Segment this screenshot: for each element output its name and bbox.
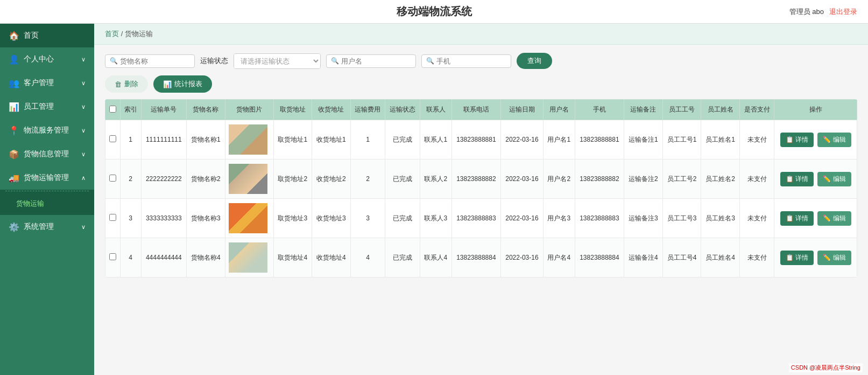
- chevron-down-icon: ∨: [81, 56, 86, 63]
- row-cargo-name: 货物名称1: [187, 120, 225, 159]
- row-select-checkbox[interactable]: [109, 175, 116, 182]
- sidebar-item-label-system: 系统管理: [24, 222, 77, 232]
- row-cost: 3: [350, 199, 385, 238]
- sidebar-item-cargo-shipping[interactable]: 货物运输: [0, 192, 94, 215]
- username-search-wrap: 🔍: [326, 54, 416, 68]
- row-cargo-img: [225, 238, 273, 277]
- row-mobile: 13823888882: [575, 159, 624, 199]
- sidebar-item-label-cargo-transport: 货物运输管理: [24, 173, 77, 183]
- sidebar-item-label-customer: 客户管理: [24, 78, 77, 88]
- row-phone: 13823888883: [451, 199, 500, 238]
- row-remark: 运输备注3: [624, 199, 663, 238]
- delete-icon: 🗑: [115, 80, 122, 88]
- row-emp-no: 员工工号1: [662, 120, 701, 159]
- data-table-wrap: 索引 运输单号 货物名称 货物图片 取货地址 收货地址 运输费用 运输状态 联系…: [105, 99, 857, 277]
- search-bar: 🔍 运输状态 请选择运输状态 已完成 运输中 🔍 🔍: [105, 53, 857, 69]
- row-cargo-name: 货物名称3: [187, 199, 225, 238]
- detail-button[interactable]: 📋 详情: [780, 172, 814, 186]
- sidebar-item-customer[interactable]: 👥 客户管理 ∨: [0, 71, 94, 95]
- edit-button[interactable]: ✏️ 编辑: [817, 251, 851, 265]
- row-delivery-addr: 收货地址4: [312, 238, 351, 277]
- user-info: 管理员 abo 退出登录: [789, 7, 857, 17]
- phone-input[interactable]: [436, 57, 506, 65]
- edit-button[interactable]: ✏️ 编辑: [817, 211, 851, 226]
- employee-icon: 📊: [9, 101, 19, 112]
- detail-button[interactable]: 📋 详情: [780, 133, 814, 147]
- edit-button[interactable]: ✏️ 编辑: [817, 133, 851, 147]
- cargo-name-search-wrap: 🔍: [105, 54, 195, 68]
- col-paid: 是否支付: [739, 100, 774, 120]
- col-cargo-img: 货物图片: [225, 100, 273, 120]
- cargo-image: [229, 203, 267, 233]
- chevron-down-icon-3: ∨: [81, 103, 86, 110]
- sidebar-item-label-profile: 个人中心: [24, 54, 77, 64]
- row-username: 用户名1: [543, 120, 575, 159]
- sidebar-item-label-cargo-info: 货物信息管理: [24, 149, 77, 159]
- cargo-image: [229, 242, 267, 273]
- layout: 🏠 首页 👤 个人中心 ∨ 👥 客户管理 ∨ 📊 员工管理 ∨ 📍 物流服务管理…: [0, 24, 868, 375]
- row-date: 2022-03-16: [501, 159, 544, 199]
- row-contact: 联系人3: [420, 199, 451, 238]
- col-actions: 操作: [774, 100, 857, 120]
- sidebar-item-profile[interactable]: 👤 个人中心 ∨: [0, 47, 94, 71]
- select-all-checkbox[interactable]: [109, 106, 116, 113]
- row-cost: 2: [350, 159, 385, 199]
- row-cargo-img: [225, 159, 273, 199]
- table-row: 4 4444444444 货物名称4 取货地址4 收货地址4 4 已完成 联系人…: [105, 238, 857, 277]
- sidebar-item-cargo-info[interactable]: 📦 货物信息管理 ∨: [0, 142, 94, 166]
- cargo-name-input[interactable]: [120, 57, 190, 65]
- logout-btn[interactable]: 退出登录: [829, 7, 857, 17]
- edit-button[interactable]: ✏️ 编辑: [817, 172, 851, 186]
- row-remark: 运输备注4: [624, 238, 663, 277]
- gear-icon: ⚙️: [9, 221, 19, 232]
- row-emp-name: 员工姓名1: [701, 120, 740, 159]
- row-emp-no: 员工工号4: [662, 238, 701, 277]
- row-emp-name: 员工姓名3: [701, 199, 740, 238]
- row-index: 4: [120, 238, 141, 277]
- row-emp-no: 员工工号3: [662, 199, 701, 238]
- row-status: 已完成: [385, 199, 420, 238]
- delete-button[interactable]: 🗑 删除: [105, 75, 148, 93]
- row-cargo-img: [225, 120, 273, 159]
- col-emp-name: 员工姓名: [701, 100, 740, 120]
- location-icon: 📍: [9, 125, 19, 136]
- row-paid: 未支付: [739, 199, 774, 238]
- row-mobile: 13823888883: [575, 199, 624, 238]
- table-body: 1 1111111111 货物名称1 取货地址1 收货地址1 1 已完成 联系人…: [105, 120, 857, 277]
- row-checkbox: [105, 199, 121, 238]
- cargo-image: [229, 164, 267, 194]
- row-select-checkbox[interactable]: [109, 214, 116, 221]
- row-select-checkbox[interactable]: [109, 135, 116, 142]
- detail-button[interactable]: 📋 详情: [780, 251, 814, 265]
- row-emp-name: 员工姓名4: [701, 238, 740, 277]
- col-transport-no: 运输单号: [141, 100, 186, 120]
- sidebar-item-system[interactable]: ⚙️ 系统管理 ∨: [0, 215, 94, 239]
- row-transport-no: 1111111111: [141, 120, 186, 159]
- row-date: 2022-03-16: [501, 199, 544, 238]
- app-title: 移动端物流系统: [397, 4, 472, 19]
- username-input[interactable]: [341, 57, 411, 65]
- breadcrumb-home[interactable]: 首页: [105, 30, 119, 38]
- col-index: 索引: [120, 100, 141, 120]
- row-date: 2022-03-16: [501, 120, 544, 159]
- row-select-checkbox[interactable]: [109, 253, 116, 260]
- status-select[interactable]: 请选择运输状态 已完成 运输中: [234, 54, 320, 68]
- detail-button[interactable]: 📋 详情: [780, 211, 814, 226]
- col-emp-no: 员工工号: [662, 100, 701, 120]
- sidebar-item-home[interactable]: 🏠 首页: [0, 24, 94, 47]
- sidebar-item-logistics-service[interactable]: 📍 物流服务管理 ∨: [0, 119, 94, 142]
- row-contact: 联系人2: [420, 159, 451, 199]
- query-button[interactable]: 查询: [517, 53, 552, 69]
- table-row: 3 3333333333 货物名称3 取货地址3 收货地址3 3 已完成 联系人…: [105, 199, 857, 238]
- home-icon: 🏠: [9, 30, 19, 41]
- col-date: 运输日期: [501, 100, 544, 120]
- stats-icon: 📊: [163, 80, 172, 88]
- row-actions: 📋 详情 ✏️ 编辑: [774, 159, 857, 199]
- sidebar-item-label-logistics: 物流服务管理: [24, 126, 77, 135]
- stats-button[interactable]: 📊 统计报表: [153, 75, 212, 93]
- row-emp-no: 员工工号2: [662, 159, 701, 199]
- sidebar-item-cargo-transport[interactable]: 🚚 货物运输管理 ∧: [0, 166, 94, 190]
- sidebar-item-employee[interactable]: 📊 员工管理 ∨: [0, 95, 94, 119]
- row-status: 已完成: [385, 238, 420, 277]
- action-bar: 🗑 删除 📊 统计报表: [105, 75, 857, 93]
